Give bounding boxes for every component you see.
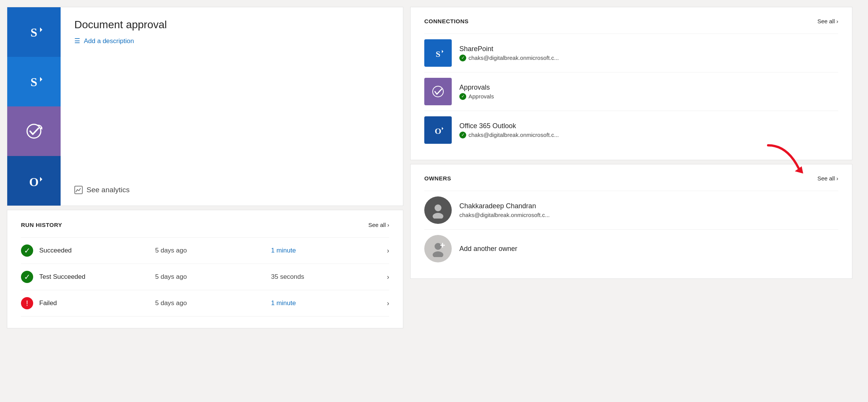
icon-approvals <box>7 106 61 156</box>
flow-title: Document approval <box>74 19 389 31</box>
list-item: Chakkaradeep Chandran chaks@digitalbreak… <box>424 191 838 229</box>
owners-title: OWNERS <box>424 175 451 182</box>
run-duration: 35 seconds <box>271 273 387 281</box>
list-item[interactable]: S SharePoint ✓ chaks@digitalbreak.onmicr… <box>424 34 838 72</box>
icon-outlook: O <box>7 156 61 206</box>
connections-header: CONNECTIONS See all › <box>424 18 838 24</box>
left-panel: S S <box>7 7 403 328</box>
add-description-link[interactable]: ☰ Add a description <box>74 37 389 45</box>
table-row[interactable]: ✓ Succeeded 5 days ago 1 minute › <box>21 237 389 264</box>
conn-name: SharePoint <box>459 45 559 53</box>
run-history-see-all[interactable]: See all › <box>368 222 389 228</box>
conn-icon-approvals <box>424 78 452 105</box>
svg-point-22 <box>433 251 443 257</box>
conn-status-text: chaks@digitalbreak.onmicrosoft.c... <box>468 132 559 138</box>
conn-status: ✓ chaks@digitalbreak.onmicrosoft.c... <box>459 55 559 61</box>
success-icon: ✓ <box>21 244 33 257</box>
icon-sharepoint2: S <box>7 57 61 106</box>
success-icon: ✓ <box>21 271 33 283</box>
run-time: 5 days ago <box>155 273 271 281</box>
conn-chevron-right-icon: › <box>836 18 838 24</box>
svg-text:S: S <box>436 49 440 59</box>
conn-status-text: chaks@digitalbreak.onmicrosoft.c... <box>468 55 559 61</box>
analytics-icon <box>74 186 83 194</box>
conn-details: Approvals ✓ Approvals <box>459 84 494 100</box>
svg-text:O: O <box>29 175 39 189</box>
icon-sharepoint1: S <box>7 7 61 57</box>
connection-rows: S SharePoint ✓ chaks@digitalbreak.onmicr… <box>424 34 838 149</box>
conn-details: SharePoint ✓ chaks@digitalbreak.onmicros… <box>459 45 559 61</box>
right-panel: CONNECTIONS See all › S SharePoint ✓ cha… <box>410 7 852 279</box>
svg-text:O: O <box>435 126 441 136</box>
conn-status-dot: ✓ <box>459 55 466 61</box>
svg-marker-18 <box>795 166 803 174</box>
run-row-chevron: › <box>387 247 389 255</box>
run-label: Failed <box>39 299 155 307</box>
owner-email: chaks@digitalbreak.onmicrosoft.c... <box>459 212 550 218</box>
list-item[interactable]: Add another owner <box>424 229 838 268</box>
owners-header: OWNERS See all › <box>424 175 838 182</box>
conn-status: ✓ chaks@digitalbreak.onmicrosoft.c... <box>459 132 559 138</box>
conn-icon-sp: S <box>424 39 452 67</box>
run-row-chevron: › <box>387 299 389 307</box>
owner-name: Chakkaradeep Chandran <box>459 202 550 210</box>
svg-rect-6 <box>22 120 45 143</box>
run-label: Test Succeeded <box>39 273 155 281</box>
connections-title: CONNECTIONS <box>424 18 468 24</box>
avatar <box>424 196 452 224</box>
owner-chevron-right-icon: › <box>836 175 838 182</box>
failed-icon: ! <box>21 297 33 309</box>
svg-text:S: S <box>30 75 37 89</box>
conn-status-text: Approvals <box>468 93 494 100</box>
add-owner-label[interactable]: Add another owner <box>459 245 517 253</box>
svg-marker-17 <box>442 127 443 130</box>
run-history-rows: ✓ Succeeded 5 days ago 1 minute › ✓ Test… <box>21 237 389 317</box>
conn-status-dot: ✓ <box>459 93 466 100</box>
run-time: 5 days ago <box>155 247 271 254</box>
flow-content: Document approval ☰ Add a description Se… <box>61 7 403 206</box>
svg-text:S: S <box>30 26 37 39</box>
svg-rect-12 <box>75 186 82 194</box>
description-icon: ☰ <box>74 37 80 45</box>
run-label: Succeeded <box>39 247 155 254</box>
list-item[interactable]: O Office 365 Outlook ✓ chaks@digitalbrea… <box>424 111 838 149</box>
svg-point-15 <box>433 86 443 97</box>
run-duration: 1 minute <box>271 299 387 307</box>
see-analytics-link[interactable]: See analytics <box>74 186 389 194</box>
run-duration: 1 minute <box>271 247 387 254</box>
conn-name: Approvals <box>459 84 494 92</box>
icon-sidebar: S S <box>7 7 61 206</box>
add-owner-avatar <box>424 235 452 262</box>
conn-status: ✓ Approvals <box>459 93 494 100</box>
run-history-card: RUN HISTORY See all › ✓ Succeeded 5 days… <box>7 210 403 328</box>
owner-details: Chakkaradeep Chandran chaks@digitalbreak… <box>459 202 550 218</box>
run-time: 5 days ago <box>155 299 271 307</box>
chevron-right-icon: › <box>387 222 389 228</box>
svg-point-20 <box>433 213 443 219</box>
conn-name: Office 365 Outlook <box>459 122 559 130</box>
connections-see-all[interactable]: See all › <box>817 18 838 24</box>
owner-rows: Chakkaradeep Chandran chaks@digitalbreak… <box>424 191 838 268</box>
svg-point-21 <box>435 243 441 250</box>
table-row[interactable]: ✓ Test Succeeded 5 days ago 35 seconds › <box>21 264 389 290</box>
flow-card: S S <box>7 7 403 206</box>
run-history-title: RUN HISTORY <box>21 222 62 228</box>
conn-status-dot: ✓ <box>459 132 466 138</box>
connections-card: CONNECTIONS See all › S SharePoint ✓ cha… <box>410 7 852 160</box>
conn-details: Office 365 Outlook ✓ chaks@digitalbreak.… <box>459 122 559 138</box>
owners-see-all[interactable]: See all › <box>817 175 838 182</box>
table-row[interactable]: ! Failed 5 days ago 1 minute › <box>21 290 389 317</box>
list-item[interactable]: Approvals ✓ Approvals <box>424 72 838 111</box>
run-history-header: RUN HISTORY See all › <box>21 222 389 228</box>
run-row-chevron: › <box>387 273 389 281</box>
add-owner-details[interactable]: Add another owner <box>459 245 517 253</box>
owners-card: OWNERS See all › Chakkaradeep Chandran c… <box>410 164 852 279</box>
conn-icon-o365: O <box>424 116 452 144</box>
svg-point-19 <box>435 204 441 211</box>
svg-marker-14 <box>442 50 443 53</box>
